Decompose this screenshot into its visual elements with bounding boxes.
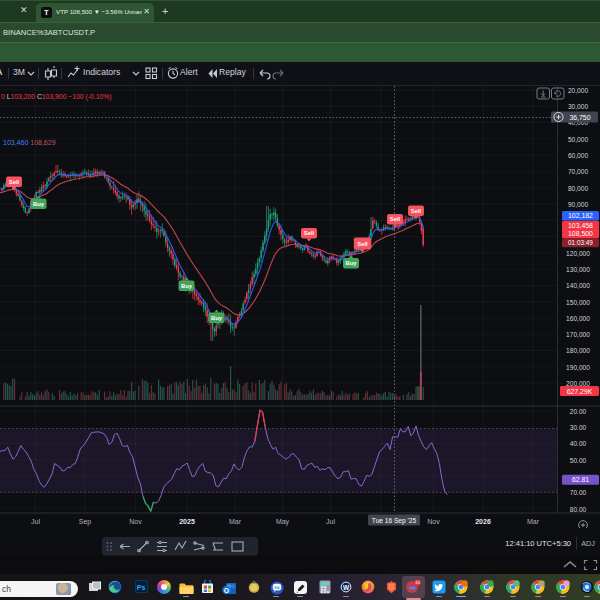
svg-text:Nov: Nov <box>129 518 142 525</box>
svg-text:Sell: Sell <box>9 179 20 185</box>
svg-text:70,000: 70,000 <box>568 168 589 175</box>
svg-text:200,000: 200,000 <box>566 380 590 387</box>
svg-text:40.00: 40.00 <box>570 440 587 447</box>
svg-text:Buy: Buy <box>211 315 223 321</box>
svg-text:120,000: 120,000 <box>566 250 590 257</box>
svg-text:50.00: 50.00 <box>570 457 587 464</box>
svg-text:0 L103,200 C103,900 −100 (-0.1: 0 L103,200 C103,900 −100 (-0.10%) <box>1 93 112 101</box>
svg-text:90,000: 90,000 <box>568 201 589 208</box>
svg-text:170,000: 170,000 <box>566 331 590 338</box>
svg-text:62.81: 62.81 <box>572 476 589 483</box>
svg-text:60,000: 60,000 <box>568 152 589 159</box>
svg-text:O: O <box>223 586 228 593</box>
svg-text:2026: 2026 <box>475 518 491 525</box>
svg-text:160,000: 160,000 <box>566 315 590 322</box>
svg-text:190,000: 190,000 <box>566 364 590 371</box>
svg-text:2025: 2025 <box>179 518 195 525</box>
svg-text:180,000: 180,000 <box>566 347 590 354</box>
svg-text:30,000: 30,000 <box>568 103 589 110</box>
svg-text:103,460 108,629: 103,460 108,629 <box>3 139 56 146</box>
svg-text:130,000: 130,000 <box>566 266 590 273</box>
svg-text:Sell: Sell <box>390 216 401 222</box>
svg-text:Buy: Buy <box>181 283 193 289</box>
svg-text:Nov: Nov <box>427 518 440 525</box>
svg-text:140,000: 140,000 <box>566 282 590 289</box>
svg-text:627.29K: 627.29K <box>567 388 593 395</box>
svg-text:Edi: Edi <box>274 585 279 589</box>
svg-text:13: 13 <box>415 580 420 585</box>
svg-text:Jul: Jul <box>31 518 40 525</box>
svg-text:20.00: 20.00 <box>570 408 587 415</box>
svg-text:50,000: 50,000 <box>568 136 589 143</box>
svg-text:70.00: 70.00 <box>570 489 587 496</box>
svg-text:May: May <box>276 518 290 526</box>
svg-text:108,500: 108,500 <box>568 230 593 237</box>
svg-text:Buy: Buy <box>346 260 358 266</box>
svg-text:Sell: Sell <box>304 230 315 236</box>
svg-text:Mar: Mar <box>229 518 242 525</box>
svg-text:80,000: 80,000 <box>568 185 589 192</box>
svg-text:36,750: 36,750 <box>569 114 590 121</box>
svg-text:20,000: 20,000 <box>568 87 589 94</box>
svg-text:Jul: Jul <box>326 518 335 525</box>
svg-text:150,000: 150,000 <box>566 299 590 306</box>
svg-text:Buy: Buy <box>33 201 45 207</box>
svg-text:30.00: 30.00 <box>570 424 587 431</box>
svg-text:W: W <box>342 584 349 591</box>
svg-text:Sep: Sep <box>79 518 92 526</box>
svg-text:103,458: 103,458 <box>568 222 593 229</box>
svg-text:Sell: Sell <box>411 208 422 214</box>
svg-text:Tue 16 Sep '25: Tue 16 Sep '25 <box>372 517 417 525</box>
svg-text:102,182: 102,182 <box>568 212 593 219</box>
svg-text:Sell: Sell <box>357 241 368 247</box>
svg-text:01:03:49: 01:03:49 <box>568 239 593 246</box>
svg-text:80.00: 80.00 <box>570 506 587 513</box>
svg-text:Mar: Mar <box>527 518 540 525</box>
